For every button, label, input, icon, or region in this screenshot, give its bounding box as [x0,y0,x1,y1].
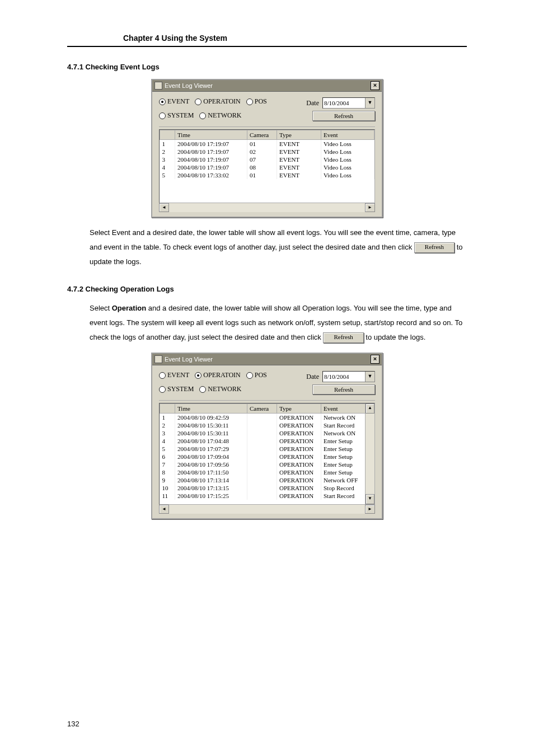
radio-event[interactable]: EVENT [159,97,189,106]
radio-system-2[interactable]: SYSTEM [159,385,194,393]
cell-n: 7 [160,461,175,468]
col-index[interactable] [160,404,175,414]
radio-pos[interactable]: POS [246,97,267,106]
radio-event-2[interactable]: EVENT [159,371,189,379]
window-title-2: Event Log Viewer [165,356,213,363]
h-scrollbar[interactable]: ◄ ► [159,203,375,212]
refresh-button-inline-2[interactable]: Refresh [323,332,363,343]
cell-type: OPERATION [277,492,321,500]
col-time[interactable]: Time [175,404,247,414]
table-row[interactable]: 22004/08/10 15:30:11OPERATIONStart Recor… [160,421,374,429]
scroll-left-icon[interactable]: ◄ [159,203,169,212]
col-camera[interactable]: Camera [247,404,277,414]
table-row[interactable]: 62004/08/10 17:09:04OPERATIONEnter Setup [160,453,374,461]
cell-camera: 07 [247,156,277,163]
cell-n: 1 [160,414,175,422]
refresh-button-inline[interactable]: Refresh [414,242,455,253]
cell-n: 10 [160,484,175,492]
refresh-button[interactable]: Refresh [312,111,375,121]
scroll-left-icon[interactable]: ◄ [159,505,169,514]
table-row[interactable]: 32004/08/10 17:19:0707EVENTVideo Loss [160,156,374,163]
scroll-right-icon[interactable]: ► [365,505,375,514]
table-row[interactable]: 12004/08/10 17:19:0701EVENTVideo Loss [160,140,374,148]
scroll-right-icon[interactable]: ► [365,203,375,212]
section-472-body: Select Operation and a desired date, the… [90,301,467,345]
v-scrollbar[interactable]: ▲ ▼ [365,403,374,504]
col-time[interactable]: Time [175,130,247,140]
cell-type: OPERATION [277,437,321,445]
text-before-2: Select [90,304,112,312]
scroll-up-icon[interactable]: ▲ [366,403,374,414]
cell-time: 2004/08/10 17:19:07 [175,140,247,148]
table-row[interactable]: 32004/08/10 15:30:11OPERATIONNetwork ON [160,429,374,437]
col-type[interactable]: Type [277,404,321,414]
cell-n: 4 [160,437,175,445]
cell-event: Video Loss [321,163,374,171]
scroll-down-icon[interactable]: ▼ [366,494,374,504]
cell-camera [247,484,277,492]
cell-camera: 02 [247,148,277,156]
col-camera[interactable]: Camera [247,130,277,140]
cell-camera [247,437,277,445]
cell-event: Video Loss [321,171,374,179]
cell-camera: 08 [247,163,277,171]
radio-system[interactable]: SYSTEM [159,111,194,120]
table-row[interactable]: 72004/08/10 17:09:56OPERATIONEnter Setup [160,461,374,468]
cell-time: 2004/08/10 17:15:25 [175,492,247,500]
date-input-2[interactable]: 8/10/2004 ▼ [322,371,375,382]
cell-type: OPERATION [277,429,321,437]
separator [159,126,375,127]
table-row[interactable]: 82004/08/10 17:11:50OPERATIONEnter Setup [160,468,374,476]
radio-network[interactable]: NETWORK [199,111,241,120]
window-titlebar[interactable]: Event Log Viewer × [152,80,382,92]
cell-camera [247,492,277,500]
table-row[interactable]: 42004/08/10 17:19:0708EVENTVideo Loss [160,163,374,171]
cell-camera [247,468,277,476]
radio-operation-2[interactable]: OPERATOIN [195,371,240,379]
window-titlebar-2[interactable]: Event Log Viewer × [152,354,382,365]
radio-operation[interactable]: OPERATOIN [195,97,240,106]
window-icon [154,355,162,363]
table-row[interactable]: 42004/08/10 17:04:48OPERATIONEnter Setup [160,437,374,445]
radio-system-label: SYSTEM [167,385,194,393]
cell-n: 9 [160,476,175,484]
radio-pos-label: POS [255,371,267,379]
table-row[interactable]: 92004/08/10 17:13:14OPERATIONNetwork OFF [160,476,374,484]
cell-time: 2004/08/10 17:19:07 [175,156,247,163]
cell-type: OPERATION [277,453,321,461]
date-label: Date [306,99,319,107]
cell-time: 2004/08/10 15:30:11 [175,429,247,437]
cell-n: 4 [160,163,175,171]
table-row[interactable]: 52004/08/10 17:33:0201EVENTVideo Loss [160,171,374,179]
table-row[interactable]: 12004/08/10 09:42:59OPERATIONNetwork ON [160,414,374,422]
chevron-down-icon[interactable]: ▼ [365,372,374,382]
cell-n: 1 [160,140,175,148]
close-icon[interactable]: × [371,81,380,90]
radio-pos-label: POS [255,97,267,106]
table-row[interactable]: 52004/08/10 17:07:29OPERATIONEnter Setup [160,445,374,453]
table-row[interactable]: 112004/08/10 17:15:25OPERATIONStart Reco… [160,492,374,500]
table-row[interactable]: 102004/08/10 17:13:15OPERATIONStop Recor… [160,484,374,492]
radio-network-2[interactable]: NETWORK [199,385,241,393]
separator [159,400,375,401]
col-index[interactable] [160,130,175,140]
cell-time: 2004/08/10 17:07:29 [175,445,247,453]
date-input[interactable]: 8/10/2004 ▼ [322,97,375,109]
col-event[interactable]: Event [321,130,374,140]
radio-pos-2[interactable]: POS [246,371,267,379]
col-type[interactable]: Type [277,130,321,140]
window-icon [154,82,162,90]
cell-n: 11 [160,492,175,500]
chevron-down-icon[interactable]: ▼ [365,98,374,108]
h-scrollbar-2[interactable]: ◄ ► [159,504,375,514]
refresh-button-2[interactable]: Refresh [312,384,375,395]
cell-type: OPERATION [277,445,321,453]
cell-camera [247,445,277,453]
close-icon[interactable]: × [371,355,380,364]
cell-time: 2004/08/10 17:09:56 [175,461,247,468]
cell-n: 5 [160,445,175,453]
cell-event: Video Loss [321,140,374,148]
table-row[interactable]: 22004/08/10 17:19:0702EVENTVideo Loss [160,148,374,156]
radio-event-label: EVENT [167,371,189,379]
cell-type: OPERATION [277,461,321,468]
